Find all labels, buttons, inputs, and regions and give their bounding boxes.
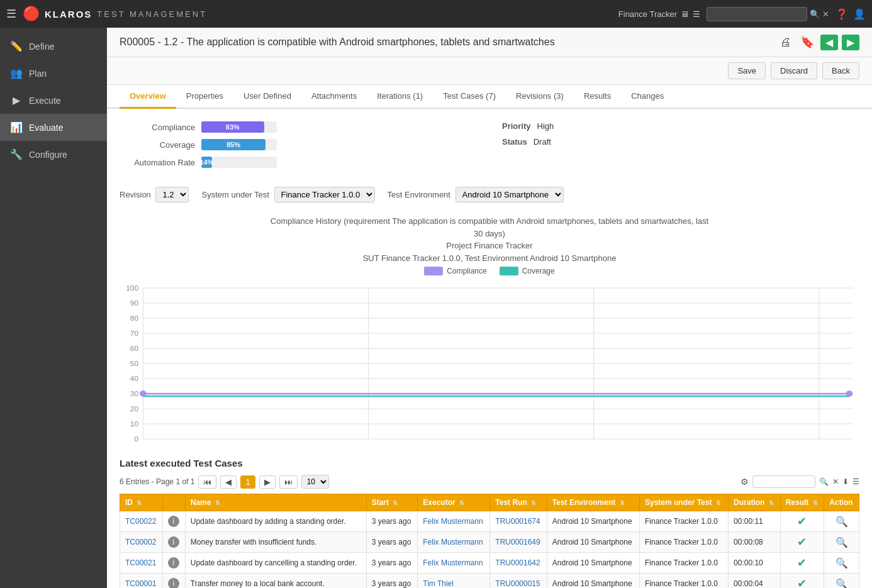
tab-attachments[interactable]: Attachments xyxy=(301,85,367,109)
col-duration[interactable]: Duration ⇅ xyxy=(729,494,781,511)
pag-prev-button[interactable]: ◀ xyxy=(220,475,237,489)
back-button[interactable]: Back xyxy=(822,62,859,79)
tab-test-cases[interactable]: Test Cases (7) xyxy=(433,85,506,109)
legend-compliance: Compliance xyxy=(424,267,486,275)
table-row: TC00001 i Transfer money to a local bank… xyxy=(120,574,859,589)
svg-text:50: 50 xyxy=(130,360,138,367)
executor-link[interactable]: Felix Mustermann xyxy=(423,517,483,526)
prev-button[interactable]: ◀ xyxy=(820,35,838,50)
col-start[interactable]: Start ⇅ xyxy=(366,494,418,511)
action-search-icon[interactable]: 🔍 xyxy=(836,537,848,548)
pag-download-icon[interactable]: ⬇ xyxy=(842,477,849,486)
cell-name: Transfer money to a local bank account. xyxy=(185,574,366,589)
cell-info: i xyxy=(162,511,185,532)
cell-duration: 00:00:04 xyxy=(729,574,781,589)
action-search-icon[interactable]: 🔍 xyxy=(836,579,848,589)
cell-test-run: TRU0001649 xyxy=(490,532,547,553)
sidebar-label-plan: Plan xyxy=(29,69,47,79)
pag-columns-icon[interactable]: ☰ xyxy=(852,477,859,486)
project-icon2[interactable]: ☰ xyxy=(693,9,700,19)
pag-search-icon[interactable]: 🔍 xyxy=(819,477,829,486)
per-page-select[interactable]: 10 5 20 50 xyxy=(301,475,329,489)
sidebar-item-evaluate[interactable]: 📊 Evaluate xyxy=(0,114,107,141)
print-button[interactable]: 🖨 xyxy=(778,35,794,50)
search-input[interactable] xyxy=(707,7,807,21)
test-run-link[interactable]: TRU0001649 xyxy=(495,538,540,546)
tab-user-defined[interactable]: User Defined xyxy=(233,85,301,109)
sidebar-label-define: Define xyxy=(29,42,54,52)
col-test-env[interactable]: Test Environment ⇅ xyxy=(547,494,639,511)
info-icon[interactable]: i xyxy=(168,536,179,548)
col-id[interactable]: ID ⇅ xyxy=(120,494,163,511)
tab-properties[interactable]: Properties xyxy=(176,85,233,109)
sidebar-item-plan[interactable]: 👥 Plan xyxy=(0,60,107,87)
help-icon[interactable]: ❓ xyxy=(836,8,848,20)
sidebar-item-configure[interactable]: 🔧 Configure xyxy=(0,141,107,168)
pag-page1-button[interactable]: 1 xyxy=(240,475,255,489)
cell-test-env: Android 10 Smartphone xyxy=(547,574,639,589)
test-run-link[interactable]: TRU0000015 xyxy=(495,579,540,588)
action-bar: Save Discard Back xyxy=(107,57,872,85)
test-cases-table: ID ⇅ Name ⇅ Start ⇅ Executor ⇅ Test Run … xyxy=(120,494,859,588)
tab-revisions[interactable]: Revisions (3) xyxy=(506,85,574,109)
filter-icon[interactable]: ⚙ xyxy=(741,477,749,487)
tc-id-link[interactable]: TC00022 xyxy=(125,517,156,526)
svg-text:70: 70 xyxy=(130,330,138,337)
hamburger-icon[interactable]: ☰ xyxy=(6,7,16,21)
search-clear-icon[interactable]: ✕ xyxy=(822,9,829,19)
col-executor[interactable]: Executor ⇅ xyxy=(418,494,490,511)
content-area: R00005 - 1.2 - The application is compat… xyxy=(107,28,872,588)
priority-row: Priority High xyxy=(502,121,859,131)
save-button[interactable]: Save xyxy=(728,62,766,79)
col-result[interactable]: Result ⇅ xyxy=(780,494,824,511)
cell-test-run: TRU0001642 xyxy=(490,553,547,574)
tab-results[interactable]: Results xyxy=(574,85,621,109)
sidebar-label-execute: Execute xyxy=(29,96,61,106)
info-icon[interactable]: i xyxy=(168,516,179,527)
bookmark-button[interactable]: 🔖 xyxy=(798,34,817,50)
tab-iterations[interactable]: Iterations (1) xyxy=(367,85,433,109)
logo-icon: 🔴 xyxy=(23,6,40,22)
env-select[interactable]: Android 10 Smartphone xyxy=(456,187,564,202)
chart-wrapper: 100 90 80 70 60 50 40 30 20 10 0 xyxy=(120,282,859,445)
action-search-icon[interactable]: 🔍 xyxy=(836,558,848,569)
search-icon[interactable]: 🔍 xyxy=(810,9,820,19)
execute-icon: ▶ xyxy=(10,94,23,106)
pag-right: ⚙ 🔍 ✕ ⬇ ☰ xyxy=(741,475,859,488)
test-run-link[interactable]: TRU0001674 xyxy=(495,517,540,526)
pag-search-input[interactable] xyxy=(752,475,815,488)
pag-search-clear-icon[interactable]: ✕ xyxy=(832,477,839,486)
nav-icons: ❓ 👤 xyxy=(836,8,866,20)
executor-link[interactable]: Tim Thiel xyxy=(423,579,454,588)
col-test-run[interactable]: Test Run ⇅ xyxy=(490,494,547,511)
tab-changes[interactable]: Changes xyxy=(621,85,674,109)
action-search-icon[interactable]: 🔍 xyxy=(836,516,848,527)
tc-id-link[interactable]: TC00002 xyxy=(125,538,156,546)
col-sut[interactable]: System under Test ⇅ xyxy=(639,494,728,511)
user-icon[interactable]: 👤 xyxy=(853,8,866,20)
col-name[interactable]: Name ⇅ xyxy=(185,494,366,511)
info-icon[interactable]: i xyxy=(168,557,179,569)
tc-id-link[interactable]: TC00001 xyxy=(125,579,156,588)
test-run-link[interactable]: TRU0001642 xyxy=(495,558,540,567)
configure-icon: 🔧 xyxy=(10,148,23,160)
pag-first-button[interactable]: ⏮ xyxy=(198,475,216,489)
executor-link[interactable]: Felix Mustermann xyxy=(423,538,483,546)
revision-select[interactable]: 1.2 1.1 1.0 xyxy=(155,187,189,202)
info-icon[interactable]: i xyxy=(168,578,179,588)
pag-last-button[interactable]: ⏭ xyxy=(279,475,298,489)
svg-text:0: 0 xyxy=(134,435,138,443)
sut-select[interactable]: Finance Tracker 1.0.0 xyxy=(274,187,375,202)
project-icon1[interactable]: 🖥 xyxy=(681,9,689,19)
tc-id-link[interactable]: TC00021 xyxy=(125,558,156,567)
discard-button[interactable]: Discard xyxy=(771,62,817,79)
executor-link[interactable]: Felix Mustermann xyxy=(423,558,483,567)
pag-next-button[interactable]: ▶ xyxy=(259,475,276,489)
tab-overview[interactable]: Overview xyxy=(120,85,176,109)
chart-legend: Compliance Coverage xyxy=(120,267,859,275)
svg-text:2020: 2020 xyxy=(135,444,151,445)
cell-action: 🔍 xyxy=(824,532,859,553)
next-button[interactable]: ▶ xyxy=(842,35,859,50)
sidebar-item-define[interactable]: ✏️ Define xyxy=(0,33,107,60)
sidebar-item-execute[interactable]: ▶ Execute xyxy=(0,87,107,114)
